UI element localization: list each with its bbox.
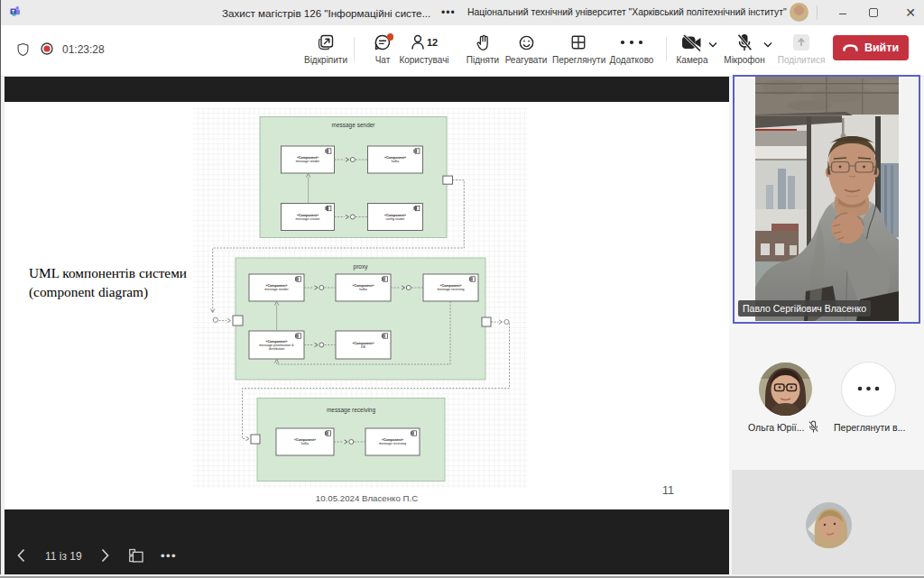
svg-text:message sender: message sender [331, 122, 375, 129]
svg-text:config reader: config reader [386, 217, 406, 221]
svg-text:message sender: message sender [296, 160, 320, 163]
svg-text:DB: DB [361, 345, 366, 349]
svg-text:message receiving: message receiving [438, 288, 465, 291]
svg-text:proxy: proxy [354, 263, 369, 271]
svg-text:kafka: kafka [359, 288, 367, 291]
svg-text:12: 12 [427, 37, 438, 48]
svg-text:message receiving: message receiving [327, 407, 376, 414]
svg-text:message receiving: message receiving [379, 442, 406, 445]
svg-text:message creator: message creator [296, 217, 321, 221]
svg-text:message sender: message sender [264, 288, 289, 291]
svg-text:distribution: distribution [269, 347, 284, 351]
svg-text:kafka: kafka [392, 160, 400, 163]
svg-text:kafka: kafka [301, 442, 310, 445]
